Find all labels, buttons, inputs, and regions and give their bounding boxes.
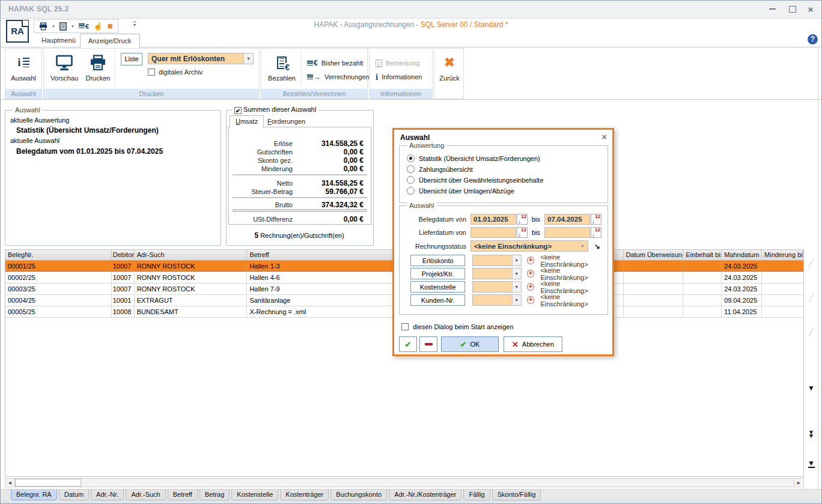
invoice-euro-icon: € bbox=[277, 56, 287, 69]
horizontal-scrollbar[interactable]: ◀ ▶ bbox=[5, 478, 804, 487]
lieferdatum-von-input[interactable] bbox=[470, 227, 516, 238]
chevron-down-icon: ▼ bbox=[512, 282, 521, 292]
calendar-icon[interactable]: 12↓ bbox=[591, 227, 601, 238]
radio-icon bbox=[407, 165, 415, 173]
kundennr-button[interactable]: Kunden-Nr. bbox=[410, 294, 465, 306]
sort-tab-adrnr[interactable]: Adr.-Nr. bbox=[91, 490, 124, 500]
liste-button[interactable]: Liste bbox=[121, 53, 142, 65]
scroll-last-icon[interactable]: ▼ bbox=[805, 460, 817, 468]
scrollbar-thumb[interactable] bbox=[15, 479, 81, 487]
auswahl-button[interactable]: i Auswahl bbox=[7, 50, 40, 87]
tab-forderungen[interactable]: Forderungen bbox=[262, 116, 311, 127]
sort-tab-faellig[interactable]: Fällig bbox=[463, 490, 490, 500]
kostenstelle-button[interactable]: Kostenstelle bbox=[410, 281, 465, 293]
sort-tab-betrag[interactable]: Betrag bbox=[199, 490, 230, 500]
radio-icon bbox=[407, 176, 415, 184]
bezahlen-button[interactable]: € Bezahlen bbox=[265, 50, 299, 87]
col-minderung-bis[interactable]: Minderung bis bbox=[762, 250, 803, 260]
tab-anzeige-druck[interactable]: Anzeige/Druck bbox=[80, 34, 140, 48]
minimize-button[interactable] bbox=[764, 3, 780, 15]
scroll-left-icon[interactable]: ◀ bbox=[5, 479, 15, 487]
group-caption-auswahl: Auswahl bbox=[5, 89, 41, 99]
chevron-down-icon[interactable]: ▼ bbox=[243, 53, 253, 64]
tab-hauptmenu[interactable]: Hauptmenü bbox=[34, 34, 84, 47]
informationen-button[interactable]: i Informationen bbox=[376, 71, 422, 82]
projekt-combobox[interactable]: ▼ bbox=[472, 268, 522, 279]
erloeskonto-button[interactable]: Erlöskonto bbox=[410, 255, 465, 266]
sort-tab-datum[interactable]: Datum bbox=[59, 490, 89, 500]
kundennr-row: Kunden-Nr. ▼ + <keine Einschränkung> bbox=[410, 294, 607, 306]
radio-icon bbox=[407, 154, 415, 162]
scroll-right-icon[interactable]: ▶ bbox=[794, 479, 803, 487]
calendar-icon[interactable]: 12↓ bbox=[591, 214, 601, 225]
zurueck-button[interactable]: ✖ Zurück bbox=[433, 50, 466, 87]
auswahl-dialog: Auswahl × Auswertung Statistik (Übersich… bbox=[392, 128, 614, 356]
sum-row: Erlöse314.558,25 € bbox=[235, 139, 364, 147]
digitales-archiv-checkbox[interactable]: digitales Archiv bbox=[148, 67, 202, 77]
calendar-icon[interactable]: 12↓ bbox=[517, 214, 528, 225]
scroll-down-icon[interactable]: ▼ bbox=[805, 385, 817, 391]
col-belegnr[interactable]: BelegNr. bbox=[5, 250, 112, 260]
printer-icon bbox=[90, 55, 106, 71]
value-aktuelle-auswertung: Statistik (Übersicht Umsatz/Forderungen) bbox=[16, 126, 159, 135]
radio-gewaehrleistung[interactable]: Übersicht über Gewährleistungseinbehalte bbox=[407, 175, 543, 184]
rechnungsstatus-combobox[interactable]: <keine Einschränkung> ▼ bbox=[470, 240, 588, 252]
scroll-pagedown-icon[interactable]: ▼ ▼ bbox=[805, 431, 817, 438]
clear-button[interactable] bbox=[419, 336, 437, 352]
ribbon-group-auswahl: i Auswahl Auswahl bbox=[5, 48, 42, 99]
sort-tab-buchungskonto[interactable]: Buchungskonto bbox=[330, 490, 387, 500]
vorschau-button[interactable]: Vorschau bbox=[47, 50, 81, 87]
add-filter-icon[interactable]: + bbox=[527, 283, 535, 291]
sum-row: USt-Differenz0,00 € bbox=[235, 215, 364, 223]
calendar-icon[interactable]: 12↓ bbox=[517, 227, 528, 238]
kostenstelle-combobox[interactable]: ▼ bbox=[472, 281, 522, 293]
print-layout-combobox[interactable]: Quer mit Erlöskonten ▼ bbox=[148, 53, 254, 64]
erloeskonto-row: Erlöskonto ▼ + <keine Einschränkung> bbox=[410, 255, 607, 266]
belegdatum-von-input[interactable]: 01.01.2025 bbox=[470, 214, 516, 225]
radio-statistik[interactable]: Statistik (Übersicht Umsatz/Forderungen) bbox=[407, 154, 540, 163]
sort-tab-kostentraeger[interactable]: Kostenträger bbox=[280, 490, 329, 500]
lieferdatum-bis-input[interactable] bbox=[544, 227, 590, 238]
col-adrsuch[interactable]: Adr-Such bbox=[135, 250, 248, 260]
cancel-button[interactable]: ✕Abbrechen bbox=[504, 336, 562, 352]
add-filter-icon[interactable]: + bbox=[527, 257, 535, 264]
sort-tabs: Belegnr. RA Datum Adr.-Nr. Adr.-Such Bet… bbox=[0, 489, 822, 500]
sort-tab-kostenstelle[interactable]: Kostenstelle bbox=[231, 490, 278, 500]
sort-tab-skonto-faellig[interactable]: Skonto/Fällig bbox=[492, 490, 541, 500]
close-button[interactable]: × bbox=[803, 3, 818, 15]
help-icon[interactable]: ? bbox=[808, 34, 818, 44]
verrechnungen-button[interactable]: → Verrechnungen bbox=[307, 71, 370, 82]
expand-filter-icon[interactable]: ↘ bbox=[594, 242, 600, 250]
belegdatum-bis-input[interactable]: 07.04.2025 bbox=[544, 214, 590, 225]
tab-umsatz[interactable]: Umsatz bbox=[230, 115, 264, 128]
bisher-bezahlt-button[interactable]: € Bisher bezahlt bbox=[307, 58, 363, 68]
radio-zahlungsuebersicht[interactable]: Zahlungsübersicht bbox=[407, 165, 473, 174]
maximize-button[interactable] bbox=[785, 3, 800, 15]
kundennr-combobox[interactable]: ▼ bbox=[472, 294, 522, 306]
dialog-close-icon[interactable]: × bbox=[601, 132, 607, 142]
col-debitor[interactable]: Debitor bbox=[112, 250, 135, 260]
radio-umlagen[interactable]: Übersicht über Umlagen/Abzüge bbox=[407, 186, 514, 195]
dialog-title: Auswahl bbox=[400, 133, 430, 142]
col-datum-ueberweisung[interactable]: Datum Überweisung bbox=[624, 250, 683, 260]
add-filter-icon[interactable]: + bbox=[527, 270, 535, 278]
drucken-button[interactable]: Drucken bbox=[81, 50, 115, 87]
auswahl-fieldset: Auswahl Belegdatum von 01.01.2025 12↓ bi… bbox=[399, 205, 608, 315]
summen-checkbox[interactable]: ✔ Summen dieser Auswahl bbox=[232, 106, 318, 114]
separator bbox=[233, 197, 367, 198]
show-dialog-checkbox[interactable]: diesen Dialog beim Start anzeigen bbox=[401, 323, 514, 330]
sort-tab-adrsuch[interactable]: Adr.-Such bbox=[126, 490, 165, 500]
sort-tab-betreff[interactable]: Betreff bbox=[168, 490, 198, 500]
sort-tab-belegnr[interactable]: Belegnr. RA bbox=[11, 490, 57, 500]
ribbon-group-informationen: Bemerkung i Informationen Informationen bbox=[369, 48, 433, 99]
erloeskonto-combobox[interactable]: ▼ bbox=[472, 255, 522, 266]
group-caption-informationen: Informationen bbox=[370, 89, 432, 99]
checkbox-box bbox=[401, 323, 409, 330]
ok-button[interactable]: ✔OK bbox=[441, 336, 499, 352]
col-einbehalt-bis[interactable]: Einbehalt bis bbox=[683, 250, 722, 260]
apply-button[interactable]: ✔ bbox=[399, 336, 417, 352]
col-mahndatum[interactable]: Mahndatum bbox=[722, 250, 762, 260]
projekt-button[interactable]: Projekt/Ktr. bbox=[410, 268, 465, 279]
add-filter-icon[interactable]: + bbox=[527, 296, 535, 304]
sort-tab-adrnr-kostentraeger[interactable]: Adr.-Nr./Kostenträger bbox=[389, 490, 461, 500]
